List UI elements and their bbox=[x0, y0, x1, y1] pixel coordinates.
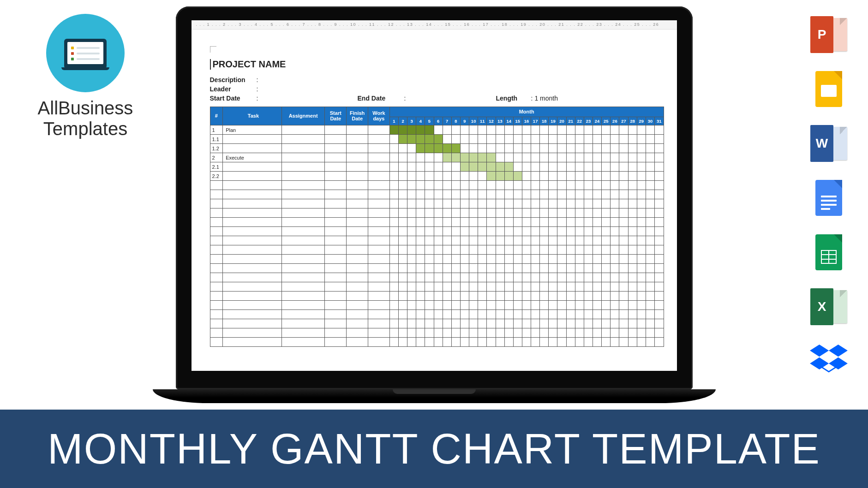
google-docs-icon bbox=[808, 177, 850, 219]
excel-icon: X bbox=[808, 286, 850, 327]
hdr-work: Work days bbox=[368, 107, 390, 125]
svg-marker-3 bbox=[829, 357, 848, 369]
brand-text-2: Templates bbox=[25, 119, 145, 139]
hdr-day-24: 24 bbox=[593, 117, 602, 125]
hdr-day-9: 9 bbox=[460, 117, 469, 125]
laptop-mockup: . . . 1 . . . 2 . . . 3 . . . 4 . . . 5 … bbox=[153, 6, 716, 403]
hdr-day-25: 25 bbox=[602, 117, 611, 125]
meta-length-value: 1 month bbox=[534, 95, 558, 102]
table-row bbox=[210, 292, 664, 301]
hdr-day-20: 20 bbox=[557, 117, 566, 125]
word-letter: W bbox=[816, 136, 828, 151]
meta-description-label: Description bbox=[210, 76, 254, 83]
hdr-day-6: 6 bbox=[434, 117, 443, 125]
hdr-day-12: 12 bbox=[487, 117, 496, 125]
hdr-day-5: 5 bbox=[425, 117, 434, 125]
meta-end-label: End Date bbox=[358, 95, 401, 102]
table-row: 2.1 bbox=[210, 162, 664, 172]
table-row: 2.2 bbox=[210, 172, 664, 181]
hdr-day-4: 4 bbox=[416, 117, 425, 125]
hdr-day-21: 21 bbox=[566, 117, 575, 125]
hdr-day-11: 11 bbox=[478, 117, 487, 125]
powerpoint-icon: P bbox=[808, 14, 850, 55]
table-row bbox=[210, 282, 664, 292]
hdr-start: Start Date bbox=[325, 107, 347, 125]
document-screen: . . . 1 . . . 2 . . . 3 . . . 4 . . . 5 … bbox=[192, 20, 677, 371]
gantt-table: # Task Assignment Start Date Finish Date… bbox=[210, 107, 664, 347]
hdr-day-18: 18 bbox=[540, 117, 549, 125]
svg-marker-0 bbox=[810, 345, 829, 357]
hdr-day-28: 28 bbox=[628, 117, 637, 125]
meta-start-label: Start Date bbox=[210, 95, 254, 102]
meta-length-label: Length bbox=[496, 95, 528, 102]
google-slides-icon bbox=[808, 68, 850, 110]
hdr-day-17: 17 bbox=[531, 117, 540, 125]
meta-leader-label: Leader bbox=[210, 85, 254, 93]
hdr-day-14: 14 bbox=[504, 117, 513, 125]
hdr-day-3: 3 bbox=[407, 117, 416, 125]
hdr-day-13: 13 bbox=[496, 117, 504, 125]
brand-text-1: AllBusiness bbox=[25, 98, 145, 119]
table-row bbox=[210, 190, 664, 199]
excel-letter: X bbox=[818, 299, 826, 314]
brand-logo: AllBusiness Templates bbox=[25, 14, 145, 139]
word-icon: W bbox=[808, 123, 850, 164]
table-row bbox=[210, 301, 664, 310]
project-title: PROJECT NAME bbox=[210, 59, 664, 70]
hdr-num: # bbox=[210, 107, 223, 125]
hdr-day-10: 10 bbox=[469, 117, 478, 125]
svg-marker-1 bbox=[829, 345, 848, 357]
hdr-day-22: 22 bbox=[575, 117, 584, 125]
dropbox-icon bbox=[808, 340, 850, 382]
table-row bbox=[210, 245, 664, 255]
table-row bbox=[210, 218, 664, 227]
word-ruler: . . . 1 . . . 2 . . . 3 . . . 4 . . . 5 … bbox=[192, 20, 677, 30]
bottom-banner: MONTHLY GANTT CHART TEMPLATE bbox=[0, 410, 868, 488]
table-row bbox=[210, 199, 664, 208]
table-row: 1.2 bbox=[210, 144, 664, 153]
hdr-day-15: 15 bbox=[513, 117, 522, 125]
hdr-day-1: 1 bbox=[389, 117, 398, 125]
table-row bbox=[210, 236, 664, 245]
hdr-day-2: 2 bbox=[398, 117, 407, 125]
app-icon-stack: P W X bbox=[808, 14, 850, 382]
laptop-keyboard bbox=[153, 389, 716, 403]
table-row bbox=[210, 328, 664, 338]
table-row bbox=[210, 319, 664, 328]
hdr-day-29: 29 bbox=[637, 117, 646, 125]
table-row bbox=[210, 310, 664, 319]
table-row bbox=[210, 273, 664, 282]
hdr-day-27: 27 bbox=[619, 117, 628, 125]
banner-text: MONTHLY GANTT CHART TEMPLATE bbox=[48, 425, 820, 473]
table-row: 1Plan bbox=[210, 125, 664, 135]
hdr-day-19: 19 bbox=[549, 117, 557, 125]
table-row bbox=[210, 264, 664, 273]
table-row bbox=[210, 181, 664, 190]
hdr-day-30: 30 bbox=[646, 117, 654, 125]
hdr-day-31: 31 bbox=[655, 117, 664, 125]
table-row: 1.1 bbox=[210, 135, 664, 144]
hdr-day-8: 8 bbox=[451, 117, 460, 125]
table-row bbox=[210, 208, 664, 218]
table-row bbox=[210, 227, 664, 236]
hdr-day-7: 7 bbox=[443, 117, 451, 125]
hdr-assg: Assignment bbox=[281, 107, 325, 125]
hdr-month: Month bbox=[389, 107, 664, 117]
svg-marker-2 bbox=[810, 357, 829, 369]
brand-circle-icon bbox=[46, 14, 125, 92]
table-row: 2Execute bbox=[210, 153, 664, 162]
table-row bbox=[210, 255, 664, 264]
powerpoint-letter: P bbox=[818, 27, 826, 42]
hdr-day-16: 16 bbox=[522, 117, 531, 125]
page-corner-mark bbox=[210, 46, 216, 53]
gantt-header: # Task Assignment Start Date Finish Date… bbox=[210, 107, 664, 125]
google-sheets-icon bbox=[808, 232, 850, 273]
hdr-task: Task bbox=[223, 107, 282, 125]
hdr-finish: Finish Date bbox=[347, 107, 368, 125]
hdr-day-26: 26 bbox=[611, 117, 619, 125]
hdr-day-23: 23 bbox=[584, 117, 593, 125]
table-row bbox=[210, 338, 664, 347]
